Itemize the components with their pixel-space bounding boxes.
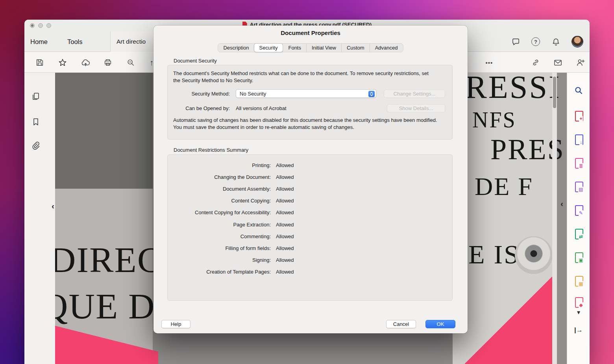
page-thumbnails-icon[interactable] [30,90,42,102]
share-upload-icon[interactable] [80,57,91,68]
page-headline-left-2: QUE D [55,288,155,324]
bookmarks-icon[interactable] [30,116,42,128]
save-icon[interactable] [34,57,46,68]
autosave-disabled-note: Automatic saving of changes has been dis… [168,113,449,131]
restriction-label: Signing: [168,257,271,263]
tab-fonts[interactable]: Fonts [283,44,306,52]
document-security-groupbox: The document's Security Method restricts… [167,65,453,140]
collapse-left-panel-icon[interactable]: ‹ [52,202,54,210]
section-label-document-security: Document Security [174,58,217,64]
page-headline-right-1: RESSI [465,73,561,103]
can-be-opened-by-label: Can be Opened by: [173,105,230,111]
restriction-value: Allowed [276,174,452,180]
tab-security[interactable]: Security [254,43,283,52]
print-icon[interactable] [102,57,114,68]
security-method-select[interactable]: No Security [236,89,376,98]
restriction-value: Allowed [276,269,452,275]
open-tools-panel-icon[interactable]: |→ [572,324,585,337]
page-headline-left-1: DIREC [55,242,162,278]
page-headline-right-2: NFS [472,109,516,131]
email-icon[interactable] [552,57,564,68]
restrictions-groupbox: Printing:Allowed Changing the Document:A… [167,154,453,301]
dialog-tab-bar: Description Security Fonts Initial View … [154,43,468,52]
comments-icon[interactable] [510,36,522,48]
tab-advanced[interactable]: Advanced [370,44,403,52]
tab-description[interactable]: Description [218,44,254,52]
page-headline-right-4: DE F [475,174,533,199]
restriction-label: Page Extraction: [168,222,271,228]
compress-pdf-icon[interactable]: ▣ [572,250,585,264]
restriction-label: Content Copying for Accessibility: [168,210,271,215]
notifications-bell-icon[interactable] [550,36,562,48]
edit-pdf-icon[interactable]: ▤ [572,180,585,193]
tab-initial-view[interactable]: Initial View [306,44,341,52]
restriction-value: Allowed [276,233,452,239]
organize-pages-icon[interactable]: ≣ [572,156,585,169]
security-method-label: Security Method: [173,91,230,97]
restriction-label: Content Copying: [168,198,271,204]
restriction-value: Allowed [276,162,452,168]
tab-custom[interactable]: Custom [341,44,370,52]
eye-photo [515,236,553,274]
left-navigation-rail: ‹ [24,73,55,364]
restriction-label: Creation of Template Pages: [168,269,271,275]
can-be-opened-by-value: All versions of Acrobat [236,105,287,111]
restriction-value: Allowed [276,257,452,263]
document-properties-dialog: Document Properties Description Security… [154,26,468,333]
show-details-button[interactable]: Show Details... [387,104,445,112]
change-settings-button[interactable]: Change Settings... [384,90,445,98]
vertical-scrollbar[interactable] [552,73,557,364]
attachments-paperclip-icon[interactable] [30,140,42,151]
restriction-value: Allowed [276,245,452,251]
tab-tools[interactable]: Tools [67,31,83,52]
ok-button[interactable]: OK [425,320,455,328]
scrollbar-thumb[interactable] [553,77,556,108]
more-tools-chevron-icon[interactable]: ▾ [572,305,585,319]
dialog-title: Document Properties [154,29,468,36]
security-intro-text: The document's Security Method restricts… [168,65,443,85]
restriction-value: Allowed [276,222,452,228]
restriction-label: Filling of form fields: [168,245,271,251]
help-button[interactable]: Help [161,320,190,328]
tab-home[interactable]: Home [30,31,48,52]
help-icon[interactable]: ? [531,37,540,46]
restriction-value: Allowed [276,186,452,192]
select-stepper-icon [368,91,375,97]
restriction-label: Document Assembly: [168,186,271,192]
create-pdf-icon[interactable]: + [572,109,585,122]
user-avatar[interactable] [571,36,583,48]
restriction-value: Allowed [276,210,452,215]
add-user-icon[interactable] [575,57,586,68]
cancel-button[interactable]: Cancel [386,320,416,328]
right-tools-rail: + ↓ ≣ ▤ ✎ ⇄ ▣ ▦ ◆ ▾ |→ [567,73,590,364]
restriction-label: Changing the Document: [168,174,271,180]
restriction-value: Allowed [276,198,452,204]
restriction-label: Commenting: [168,233,271,239]
desktop-wallpaper: Art direction and the press copy.pdf (SE… [0,0,614,364]
zoom-out-icon[interactable] [125,57,137,68]
combine-files-icon[interactable]: ↓ [572,132,585,146]
section-label-restrictions-summary: Document Restrictions Summary [174,147,248,153]
export-pdf-icon[interactable]: ⇄ [572,227,585,240]
search-tools-icon[interactable] [572,85,585,98]
star-favorite-icon[interactable] [57,57,68,68]
more-tools-icon[interactable]: ••• [483,57,495,68]
restriction-label: Printing: [168,162,271,168]
page-headline-right-5: E IS [468,241,520,268]
fill-and-sign-icon[interactable]: ✎ [572,203,585,217]
prepare-form-icon[interactable]: ▦ [572,274,585,287]
page-dark-region [55,73,153,189]
share-link-icon[interactable] [530,57,542,68]
expand-right-panel-icon[interactable]: ‹ [560,199,563,208]
